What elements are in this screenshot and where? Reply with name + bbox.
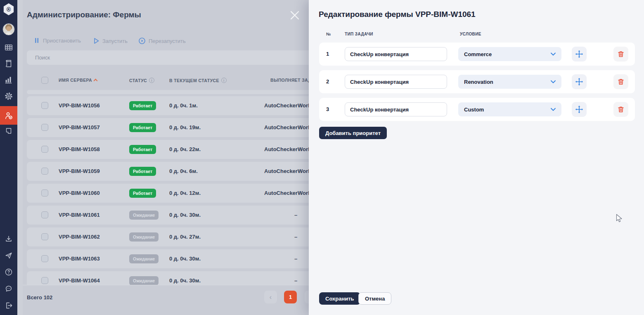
table-icon xyxy=(4,43,13,52)
row-checkbox[interactable] xyxy=(41,277,48,284)
table-row: VPP-BIM-W1061 Ожидание 0 д. 0ч. 30м. – xyxy=(27,206,322,225)
user-check-icon xyxy=(4,111,14,121)
server-name: VPP-BIM-W1061 xyxy=(59,206,100,225)
pagination-prev-button[interactable]: ‹ xyxy=(264,291,277,303)
status-badge: Работает xyxy=(129,101,156,110)
help-icon xyxy=(4,268,13,277)
priority-row: 3 Custom xyxy=(319,98,635,121)
sidebar-item-logout[interactable] xyxy=(0,301,17,310)
sidebar-item-download[interactable] xyxy=(0,234,17,244)
server-table: VPP-BIM-W1056 Работает 0 д. 0ч. 1м. Auto… xyxy=(27,96,322,293)
table-row: VPP-BIM-W1060 Работает 0 д. 0ч. 12м. Aut… xyxy=(27,184,322,203)
chevron-down-icon xyxy=(551,108,556,111)
priority-number: 1 xyxy=(326,43,329,66)
partially-scrolled-row xyxy=(27,90,322,94)
in-status-value: 0 д. 0ч. 30м. xyxy=(169,249,201,268)
delete-button[interactable] xyxy=(613,102,628,117)
select-all-checkbox[interactable] xyxy=(41,77,48,84)
priority-number: 3 xyxy=(326,98,329,121)
pagination-page-1[interactable]: 1 xyxy=(284,291,297,303)
server-name: VPP-BIM-W1060 xyxy=(59,184,100,203)
cancel-label: Отмена xyxy=(365,296,385,302)
row-checkbox[interactable] xyxy=(41,255,48,262)
column-header-status-label: СТАТУС xyxy=(129,78,147,83)
server-name: VPP-BIM-W1063 xyxy=(59,249,100,268)
sidebar-item-documents[interactable] xyxy=(0,59,17,68)
row-checkbox[interactable] xyxy=(41,102,48,109)
bar-chart-icon xyxy=(4,75,13,84)
sidebar-item-chat[interactable] xyxy=(0,284,17,293)
move-button[interactable] xyxy=(572,102,587,117)
delete-button[interactable] xyxy=(613,47,628,62)
condition-value: Renovation xyxy=(464,79,551,85)
sidebar-item-administration[interactable] xyxy=(0,106,17,125)
move-button[interactable] xyxy=(572,74,587,89)
table-row: VPP-BIM-W1063 Ожидание 0 д. 0ч. 30м. – xyxy=(27,249,322,268)
restart-label: Перезапустить xyxy=(149,38,186,44)
app-logo: ® xyxy=(0,3,17,15)
sidebar-item-help[interactable] xyxy=(0,268,17,277)
in-status-value: 0 д. 0ч. 12м. xyxy=(169,184,201,203)
row-checkbox[interactable] xyxy=(41,168,48,175)
save-button[interactable]: Сохранить xyxy=(319,292,360,305)
in-status-value: 0 д. 0ч. 22м. xyxy=(169,140,201,159)
add-priority-button[interactable]: Добавить приоритет xyxy=(319,127,387,139)
priority-number: 2 xyxy=(326,70,329,93)
table-row: VPP-BIM-W1059 Работает 0 д. 0ч. 6м. Auto… xyxy=(27,162,322,181)
task-type-input[interactable] xyxy=(345,75,447,89)
sidebar-item-send[interactable] xyxy=(0,251,17,260)
page-number: 1 xyxy=(289,294,292,300)
condition-select[interactable]: Renovation xyxy=(458,75,561,89)
in-status-value: 0 д. 0ч. 1м. xyxy=(169,96,198,115)
in-status-value: 0 д. 0ч. 6м. xyxy=(169,162,198,181)
priority-row: 1 Commerce xyxy=(319,43,635,66)
sidebar-item-statistics[interactable] xyxy=(0,75,17,84)
table-row: VPP-BIM-W1062 Ожидание 0 д. 0ч. 27м. – xyxy=(27,227,322,246)
start-button[interactable]: Запустить xyxy=(93,37,128,45)
chevron-down-icon xyxy=(551,52,556,56)
restart-button[interactable]: Перезапустить xyxy=(138,37,186,45)
restart-icon xyxy=(138,37,146,45)
status-badge: Ожидание xyxy=(129,232,159,242)
task-type-input[interactable] xyxy=(345,102,447,116)
puzzle-icon xyxy=(4,126,13,135)
download-icon xyxy=(4,234,13,244)
server-name: VPP-BIM-W1059 xyxy=(59,162,100,181)
trash-icon xyxy=(617,106,625,113)
status-badge: Ожидание xyxy=(129,254,159,263)
table-row: VPP-BIM-W1058 Работает 0 д. 0ч. 22м. Aut… xyxy=(27,140,322,159)
server-name: VPP-BIM-W1056 xyxy=(59,96,100,115)
document-icon xyxy=(4,59,13,68)
column-header-number: № xyxy=(326,32,331,36)
close-button[interactable] xyxy=(289,9,301,21)
search-input[interactable] xyxy=(27,50,322,65)
row-checkbox[interactable] xyxy=(41,189,48,197)
row-checkbox[interactable] xyxy=(41,211,48,218)
chevron-left-icon: ‹ xyxy=(270,294,272,301)
sidebar-item-tables[interactable] xyxy=(0,43,17,52)
row-checkbox[interactable] xyxy=(41,124,48,131)
condition-select[interactable]: Custom xyxy=(458,102,561,116)
sort-asc-icon xyxy=(94,79,98,83)
move-button[interactable] xyxy=(572,47,587,62)
total-count: Всего 102 xyxy=(27,294,52,301)
start-label: Запустить xyxy=(102,38,128,44)
delete-button[interactable] xyxy=(613,74,628,89)
trash-icon xyxy=(617,78,625,85)
sidebar-item-integrations[interactable] xyxy=(0,126,17,135)
condition-value: Custom xyxy=(464,107,551,113)
sidebar-item-settings[interactable] xyxy=(0,92,17,101)
move-icon xyxy=(575,78,583,86)
avatar[interactable] xyxy=(0,23,17,36)
row-checkbox[interactable] xyxy=(41,233,48,240)
add-priority-label: Добавить приоритет xyxy=(325,130,381,136)
condition-select[interactable]: Commerce xyxy=(458,47,561,61)
in-status-value: 0 д. 0ч. 30м. xyxy=(169,206,201,225)
pause-icon xyxy=(34,37,40,44)
row-checkbox[interactable] xyxy=(41,146,48,153)
task-type-input[interactable] xyxy=(345,47,447,61)
pause-button[interactable]: Приостановить xyxy=(34,37,81,44)
cancel-button[interactable]: Отмена xyxy=(358,292,391,305)
column-header-name[interactable]: ИМЯ СЕРВЕРА xyxy=(59,78,97,83)
priority-row: 2 Renovation xyxy=(319,70,635,93)
